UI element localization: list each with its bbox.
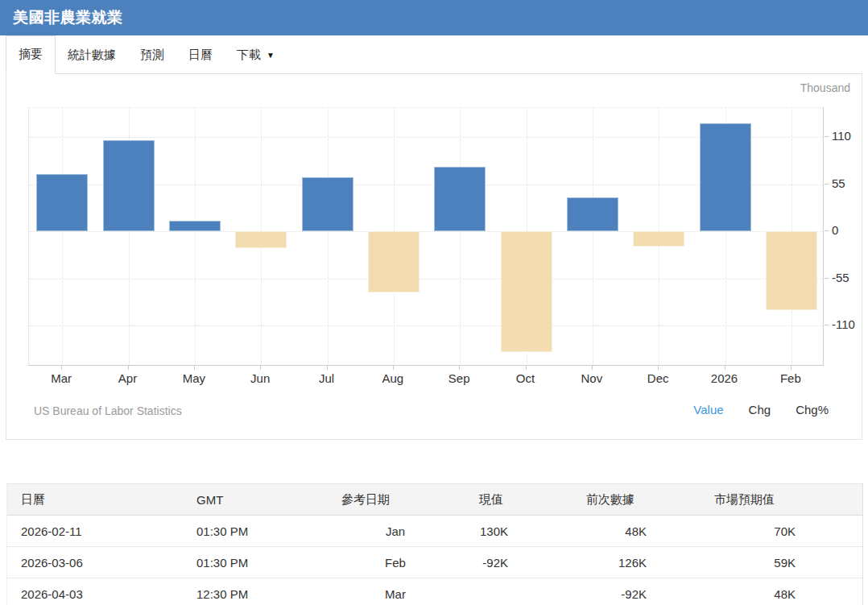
chart-view-link-chg[interactable]: Chg (749, 403, 771, 416)
chart-view-link-value[interactable]: Value (693, 403, 723, 416)
y-axis-tick (825, 230, 829, 231)
table-header-row: 日曆GMT參考日期現值前次數據市場預期值 (7, 483, 862, 516)
table-cell: 2026-04-03 (7, 587, 196, 601)
table-cell: Feb (339, 556, 452, 570)
x-axis-tick-label: Oct (492, 371, 560, 385)
chart-bar-apr[interactable] (103, 140, 155, 231)
y-axis-tick-label: 110 (832, 129, 868, 143)
x-axis-tick (260, 366, 261, 370)
x-axis-tick-label: Feb (757, 371, 825, 385)
x-axis-tick-label: Nov (558, 371, 626, 385)
calendar-table: 日曆GMT參考日期現值前次數據市場預期值2026-02-1101:30 PMJa… (6, 483, 863, 605)
y-gridline (29, 325, 823, 326)
table-cell: -92K (516, 587, 657, 601)
table-cell: 130K (452, 524, 516, 538)
column-header: 市場預期值 (657, 492, 806, 508)
x-axis-tick (194, 366, 195, 370)
chart-bar-nov[interactable] (567, 197, 618, 232)
chart-bar-may[interactable] (169, 221, 221, 231)
table-cell: -92K (452, 556, 516, 570)
table-cell: 12:30 PM (196, 587, 339, 601)
tab-label: 預測 (140, 48, 164, 63)
y-axis-tick-label: 55 (832, 176, 868, 190)
chart-bar-2026[interactable] (700, 123, 751, 231)
y-gridline (29, 279, 823, 280)
x-axis-tick (658, 366, 659, 370)
x-axis-tick (459, 366, 460, 370)
y-axis-tick (825, 278, 829, 279)
chart-attribution: US Bureau of Labor Statistics (34, 404, 182, 417)
chart-bar-jul[interactable] (302, 177, 353, 231)
y-axis-tick-label: -55 (832, 271, 868, 284)
column-header: 參考日期 (339, 492, 452, 508)
x-gridline (195, 108, 196, 365)
page-title: 美國非農業就業 (0, 7, 123, 28)
tab-calendar[interactable]: 日曆 (176, 37, 225, 74)
table-cell: Jan (339, 524, 452, 538)
table-row[interactable]: 2026-04-0312:30 PMMar-92K48K (7, 578, 862, 605)
x-axis-tick (393, 366, 394, 370)
chart-bar-jun[interactable] (235, 231, 287, 248)
chart-bar-mar[interactable] (36, 174, 88, 231)
x-axis-tick (128, 366, 129, 370)
column-header: GMT (196, 493, 339, 507)
table-cell: 01:30 PM (196, 524, 339, 538)
tab-label: 摘要 (19, 47, 43, 62)
table-row[interactable]: 2026-02-1101:30 PMJan130K48K70K (7, 516, 862, 547)
tab-stats[interactable]: 統計數據 (56, 37, 128, 74)
chart-bar-feb[interactable] (766, 231, 817, 310)
x-axis-tick (327, 366, 328, 370)
tab-label: 日曆 (188, 48, 213, 63)
y-axis-tick (825, 184, 829, 184)
x-axis-tick-label: 2026 (691, 371, 758, 385)
chart-panel: Thousand 110550-55-110MarAprMayJunJulAug… (6, 74, 862, 440)
x-axis-tick (592, 366, 593, 370)
table-cell: 48K (516, 524, 657, 538)
chart-bar-sep[interactable] (434, 167, 486, 231)
x-axis-tick-label: Dec (624, 371, 692, 385)
chart-bar-oct[interactable] (501, 231, 552, 352)
column-header: 日曆 (7, 492, 196, 508)
table-cell: 48K (657, 587, 806, 601)
table-cell: 59K (657, 556, 806, 570)
tab-bar: 摘要統計數據預測日曆下載▼ (6, 35, 862, 74)
x-axis-tick-label: Aug (359, 371, 427, 385)
x-axis-tick-label: Apr (94, 371, 162, 385)
table-cell: Mar (339, 587, 452, 601)
table-cell: 2026-02-11 (7, 524, 196, 538)
chart-view-link-chgpct[interactable]: Chg% (796, 403, 829, 416)
x-axis-tick (61, 366, 62, 370)
tab-download[interactable]: 下載▼ (225, 37, 287, 74)
table-cell: 01:30 PM (196, 556, 339, 570)
y-axis-tick-label: 0 (832, 223, 868, 237)
y-axis-tick (825, 136, 829, 137)
x-axis-tick-label: Sep (425, 371, 493, 385)
chart-view-links: ValueChgChg% (693, 403, 829, 416)
x-gridline (460, 108, 461, 365)
x-axis-tick (526, 366, 527, 370)
tab-summary[interactable]: 摘要 (6, 35, 56, 74)
tab-label: 統計數據 (68, 48, 116, 63)
chart-bar-aug[interactable] (368, 231, 420, 292)
chart-bar-dec[interactable] (633, 231, 684, 247)
x-axis-tick-label: Mar (27, 371, 95, 385)
column-header: 現值 (452, 492, 516, 508)
y-axis-tick-label: -110 (832, 317, 868, 331)
x-gridline (593, 108, 593, 365)
bar-chart-plot-area (28, 107, 824, 366)
chevron-down-icon: ▼ (267, 52, 275, 60)
x-axis-tick (725, 366, 725, 370)
table-row[interactable]: 2026-03-0601:30 PMFeb-92K126K59K (7, 547, 862, 578)
y-axis-tick (825, 325, 829, 325)
x-axis-tick (791, 366, 792, 370)
x-axis-tick-label: Jun (226, 371, 294, 385)
table-cell: 126K (516, 556, 657, 570)
x-gridline (62, 108, 63, 365)
y-axis-unit-label: Thousand (800, 81, 850, 94)
table-cell: 2026-03-06 (7, 556, 196, 570)
table-cell: 70K (657, 524, 806, 538)
page-header: 美國非農業就業 (0, 0, 868, 35)
tab-forecast[interactable]: 預測 (128, 37, 176, 74)
x-gridline (328, 108, 329, 365)
y-gridline (29, 231, 823, 232)
